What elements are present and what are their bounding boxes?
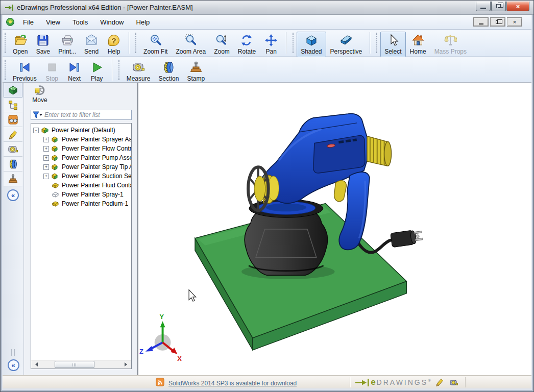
scroll-left-icon[interactable] xyxy=(31,360,40,369)
send-button[interactable]: Send xyxy=(80,32,103,57)
tab-markup[interactable] xyxy=(4,127,22,142)
menu-view[interactable]: View xyxy=(40,16,66,28)
menu-help[interactable]: Help xyxy=(130,16,156,28)
expand-expander-icon[interactable]: + xyxy=(43,146,49,152)
expand-expander-icon[interactable]: + xyxy=(43,164,49,170)
zoom-fit-button[interactable]: Zoom Fit xyxy=(139,32,172,57)
toolbar-separator xyxy=(286,32,287,54)
pan-button[interactable]: Pan xyxy=(260,32,282,57)
close-button[interactable]: × xyxy=(506,2,529,11)
zoom-area-icon xyxy=(184,33,198,47)
print-button[interactable]: Print... xyxy=(54,32,80,57)
tab-measure[interactable] xyxy=(4,142,22,157)
rotate-button[interactable]: Rotate xyxy=(234,32,260,57)
maximize-button[interactable] xyxy=(491,2,506,11)
stamp-icon xyxy=(189,60,203,75)
tab-components[interactable] xyxy=(4,83,22,97)
move-button[interactable]: Move xyxy=(27,84,53,107)
filter-funnel-icon[interactable] xyxy=(31,111,44,118)
tree-item[interactable]: + Power Painter Suction Set-1 xyxy=(33,172,131,181)
perspective-button[interactable]: Perspective xyxy=(326,32,367,57)
model-flow-knob[interactable] xyxy=(367,136,392,166)
tab-tree[interactable] xyxy=(4,97,22,112)
toolbar-grip[interactable] xyxy=(135,33,138,53)
tree-item[interactable]: Power Painter Podium-1 xyxy=(33,199,131,208)
expand-expander-icon[interactable]: + xyxy=(43,174,49,179)
section-button[interactable]: Section xyxy=(154,59,183,84)
tree-horizontal-scrollbar[interactable] xyxy=(31,360,131,369)
tab-section[interactable] xyxy=(4,157,22,172)
menu-bar: File View Tools Window Help × xyxy=(3,15,531,30)
toolbar-grip[interactable] xyxy=(5,33,8,53)
stamp-button[interactable]: Stamp xyxy=(183,59,209,84)
measure-button[interactable]: Measure xyxy=(123,59,155,84)
tree-icon xyxy=(8,100,18,110)
home-button[interactable]: Home xyxy=(406,32,430,57)
mdi-restore-icon xyxy=(496,20,500,24)
scroll-right-icon[interactable] xyxy=(123,360,131,369)
rotate-icon xyxy=(240,33,253,47)
menu-window[interactable]: Window xyxy=(94,16,130,28)
zoom-area-button[interactable]: Zoom Area xyxy=(172,32,210,57)
rotate-label: Rotate xyxy=(238,48,256,55)
markup-pencil-icon[interactable] xyxy=(435,378,444,387)
tree-root[interactable]: - Power Painter (Default) xyxy=(33,126,131,135)
mdi-restore-button[interactable] xyxy=(490,17,505,27)
help-button[interactable]: ? Help xyxy=(103,32,125,57)
next-button[interactable]: Next xyxy=(63,59,86,84)
open-label: Open xyxy=(13,48,28,55)
select-button[interactable]: Select xyxy=(380,32,405,57)
open-button[interactable]: Open xyxy=(9,32,32,57)
zoom-button[interactable]: Zoom xyxy=(210,32,234,57)
tree-item[interactable]: Power Painter Spray-1 xyxy=(33,190,131,199)
collapse-panel-button[interactable]: « xyxy=(7,189,19,201)
zoom-fit-icon xyxy=(149,33,162,47)
save-button[interactable]: Save xyxy=(32,32,54,57)
viewport[interactable]: Y Z X xyxy=(137,83,531,375)
minimize-icon xyxy=(480,8,486,9)
open-icon xyxy=(14,33,27,47)
previous-label: Previous xyxy=(13,75,37,82)
tab-stamp[interactable] xyxy=(4,172,22,186)
shaded-button[interactable]: Shaded xyxy=(297,32,326,57)
strip-grip[interactable] xyxy=(11,349,12,356)
home-label: Home xyxy=(410,48,426,55)
toolbar-grip[interactable] xyxy=(293,33,296,53)
tree-root-label: Power Painter (Default) xyxy=(52,127,115,134)
menu-file[interactable]: File xyxy=(17,16,40,28)
update-link[interactable]: SolidWorks 2014 SP3 is available for dow… xyxy=(168,380,297,387)
filter-input[interactable] xyxy=(44,111,131,119)
tree-item[interactable]: + Power Painter Sprayer Assemb xyxy=(33,135,131,144)
title-bar[interactable]: eDrawings Professional x64 Edition - [Po… xyxy=(1,1,533,15)
collapse-panel-button-bottom[interactable]: « xyxy=(8,359,19,371)
tree-item[interactable]: + Power Painter Spray Tip Assem xyxy=(33,162,131,172)
tree-item[interactable]: + Power Painter Pump Assembly- xyxy=(33,153,131,162)
tab-find[interactable] xyxy=(4,112,22,127)
tree-item[interactable]: + Power Painter Flow Control Ass xyxy=(33,144,131,153)
play-button[interactable]: Play xyxy=(86,59,108,84)
measure-tape-icon[interactable] xyxy=(449,378,458,387)
scrollbar-thumb[interactable] xyxy=(55,361,94,368)
send-icon xyxy=(85,33,98,47)
expand-expander-icon[interactable]: + xyxy=(43,155,49,161)
mass-props-button[interactable]: Mass Props xyxy=(430,32,471,57)
tree-item[interactable]: Power Painter Fluid Container-3 xyxy=(33,181,131,190)
stop-button[interactable]: Stop xyxy=(41,59,63,84)
model-3d[interactable]: Y Z X xyxy=(138,83,531,375)
mdi-close-button[interactable]: × xyxy=(507,17,522,27)
measure-icon xyxy=(8,144,18,155)
previous-button[interactable]: Previous xyxy=(9,59,41,84)
toolbar-grip[interactable] xyxy=(376,33,379,53)
toolbar-grip[interactable] xyxy=(118,60,122,80)
mdi-minimize-button[interactable] xyxy=(473,17,489,27)
expand-expander-icon[interactable]: + xyxy=(43,137,49,142)
rss-icon xyxy=(156,378,168,388)
collapse-expander-icon[interactable]: - xyxy=(33,128,39,133)
toolbar-grip[interactable] xyxy=(5,60,8,80)
next-label: Next xyxy=(68,75,81,82)
menu-tools[interactable]: Tools xyxy=(66,16,94,28)
minimize-button[interactable] xyxy=(476,2,491,11)
select-label: Select xyxy=(384,48,401,55)
part-icon xyxy=(51,200,60,207)
zoom-area-label: Zoom Area xyxy=(176,48,206,55)
